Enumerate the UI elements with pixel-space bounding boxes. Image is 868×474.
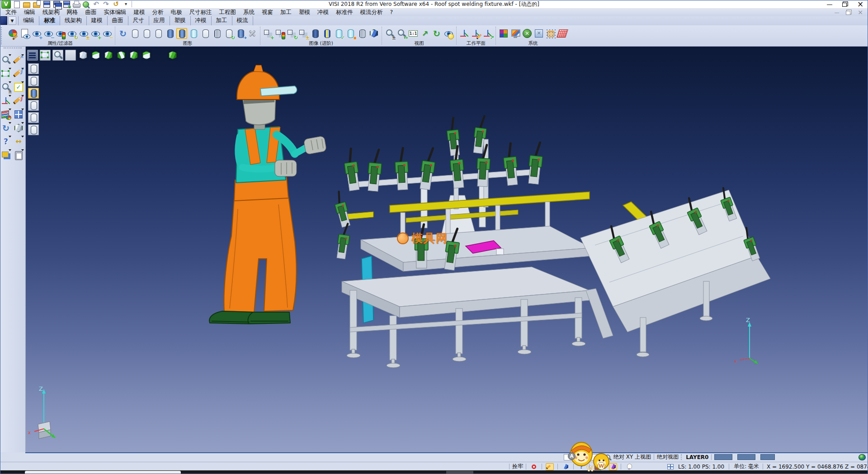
hidden-line-view-icon[interactable] [141,28,152,39]
display-settings-icon[interactable] [510,28,521,39]
refresh-visibility-icon[interactable]: ↻ [66,28,77,39]
menu-die[interactable]: 冲模 [314,8,332,16]
show-entities-icon[interactable]: + [31,28,42,39]
status-lamp-icon[interactable] [625,463,633,470]
status-edit-icon[interactable] [546,463,554,470]
advanced-refresh-icon[interactable]: ↻ [286,28,297,39]
grid-settings-icon[interactable] [557,28,568,39]
status-view-reference[interactable]: 绝对视图 [657,453,679,461]
tab-wireframe[interactable]: 线架构 [60,16,87,25]
measure-direction-icon[interactable] [420,28,430,39]
modify-attributes-icon[interactable] [8,28,19,39]
wireframe-view-icon[interactable] [129,28,140,39]
layer-color-bar-1[interactable] [714,454,732,460]
zoom-view-icon[interactable] [52,50,63,61]
3d-viewport[interactable]: Z x Z x 模具网 [25,46,868,453]
status-lock-toggle[interactable]: 拴牢 [512,463,523,470]
print-preview-icon[interactable] [82,0,90,8]
menu-dimension[interactable]: 尺寸标注 [186,8,216,16]
ucs-axes-icon[interactable] [0,95,11,106]
toolbar-options-icon[interactable] [122,0,130,8]
menu-mould[interactable]: 塑模 [295,8,314,16]
menu-system[interactable]: 系统 [240,8,258,16]
tab-machining[interactable]: 加工 [211,16,232,25]
copy-attributes-icon[interactable] [19,28,30,39]
online-globe-icon[interactable] [858,454,866,461]
view-bottom-icon[interactable] [141,50,152,61]
translucent-view-icon[interactable] [188,28,199,39]
tag-solid-icon[interactable]: ▪ [345,28,356,39]
tab-mould[interactable]: 塑膜 [170,16,191,25]
menu-edit[interactable]: 编辑 [20,8,39,16]
style-shaded-icon[interactable] [28,88,39,99]
view-front-icon[interactable] [103,50,114,61]
layer-color-bar-2[interactable] [737,454,755,460]
advanced-filter-icon[interactable] [274,28,285,39]
status-record-icon[interactable] [530,463,538,470]
open-file-icon[interactable] [22,0,31,8]
status-view-absolute[interactable]: 绝对 XY 上视图 [613,453,651,461]
solid-striped-view-icon[interactable] [321,28,332,39]
hide-all-icon[interactable]: − [102,28,113,39]
profile-manager-icon[interactable] [533,28,544,39]
dashed-hidden-view-icon[interactable] [153,28,164,39]
selection-box-icon[interactable] [0,68,11,79]
advanced-show-icon[interactable]: + [263,28,274,39]
tab-dimension[interactable]: 尺寸 [128,16,149,25]
menu-standard-parts[interactable]: 标准件 [332,8,357,16]
menu-modeling[interactable]: 建模 [130,8,149,16]
render-settings-icon[interactable] [247,28,258,39]
status-help-icon[interactable] [577,463,585,470]
selection-options-icon[interactable] [545,28,556,39]
zoom-extents-icon[interactable]: ↔ [396,28,407,39]
minimize-button[interactable]: — [822,0,837,8]
save-sync-icon[interactable] [62,0,71,8]
mdi-close-button[interactable]: × [854,8,866,16]
layer-manager-icon[interactable] [0,150,11,161]
validate-solid-icon[interactable]: ✓ [333,28,344,39]
solid-preview-icon[interactable] [13,123,24,133]
workplane-axes-icon[interactable] [459,28,470,39]
mesh-view-icon[interactable] [212,28,222,39]
menu-electrode[interactable]: 电极 [167,8,186,16]
status-search-icon[interactable] [604,454,612,461]
hide-entities-icon[interactable]: − [43,28,54,39]
status-package-icon[interactable] [593,463,601,470]
tab-standard[interactable]: 标准 [39,16,60,25]
tab-surface[interactable]: 曲面 [107,16,128,25]
clipboard-icon[interactable] [13,150,24,161]
menu-wireframe[interactable]: 线架构 [39,8,63,16]
visibility-filter-icon[interactable] [55,28,66,39]
menu-analysis[interactable]: 分析 [149,8,167,16]
print-icon[interactable] [72,0,80,8]
zoom-actual-icon[interactable] [408,28,419,39]
section-view-icon[interactable]: ➜ [235,28,246,39]
mdi-minimize-button[interactable]: — [831,8,843,16]
show-all-icon[interactable]: + [90,28,101,39]
mdi-restore-button[interactable] [843,8,854,16]
color-table-icon[interactable] [498,28,509,39]
attributes-library-icon[interactable] [0,109,11,120]
viewport-menu-icon[interactable] [27,50,38,61]
new-file-icon[interactable] [12,0,21,8]
sketch-icon[interactable] [13,95,24,106]
delete-entity-icon[interactable] [13,55,24,66]
menu-surface[interactable]: 曲面 [82,8,100,16]
history-icon[interactable] [112,0,120,8]
toolbar-drag-handle[interactable] [4,47,22,51]
zoom-dynamic-icon[interactable]: ± [384,28,395,39]
tab-modeling[interactable]: 建模 [86,16,108,25]
layer-color-bar-3[interactable] [760,454,775,460]
zoom-window-icon[interactable] [0,55,11,66]
tab-dropdown-button[interactable]: ▼ [8,16,16,25]
redo-icon[interactable] [102,0,110,8]
measure-icon[interactable] [13,136,24,147]
view-iso-shaded-icon[interactable] [167,50,178,61]
close-button[interactable]: × [853,0,868,8]
system-settings-icon[interactable] [522,28,533,39]
style-translucent-icon[interactable] [28,112,39,123]
menu-drawing[interactable]: 工程图 [216,8,240,16]
advanced-invert-icon[interactable]: ± [298,28,309,39]
confirm-icon[interactable] [13,82,24,93]
save-icon[interactable] [42,0,51,8]
